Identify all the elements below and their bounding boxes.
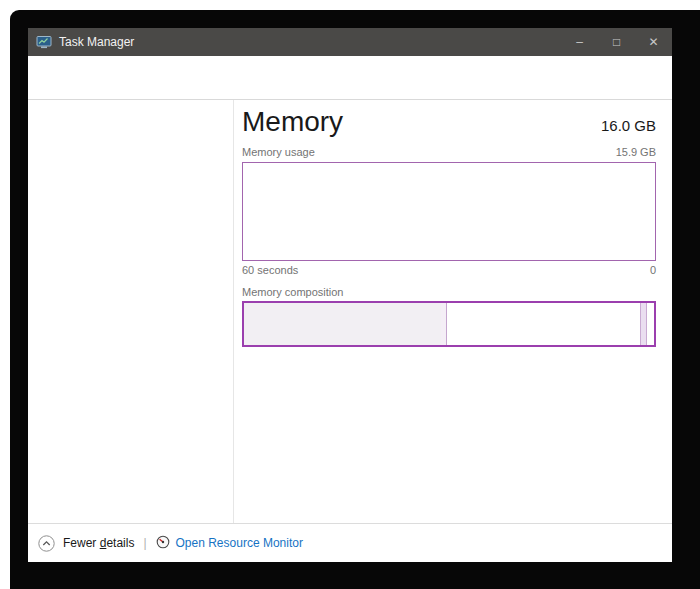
open-resource-monitor-label: Open Resource Monitor (176, 536, 303, 550)
memory-usage-graph (242, 162, 656, 261)
sidebar-divider (233, 100, 234, 523)
footer-separator: | (143, 536, 146, 550)
close-button[interactable]: ✕ (635, 28, 672, 56)
usage-graph-axis-labels: 60 seconds 0 (242, 264, 656, 276)
fewer-details-button[interactable]: Fewer details (38, 535, 134, 552)
task-manager-app-icon (36, 34, 52, 50)
composition-free-segment (640, 303, 647, 345)
window-controls: – □ ✕ (561, 28, 672, 56)
content-area: Memory 16.0 GB Memory usage 15.9 GB 60 s… (28, 100, 672, 523)
x-axis-right-label: 0 (650, 264, 656, 276)
window-frame-shadow: Task Manager – □ ✕ Memory 16.0 GB (10, 10, 700, 589)
usage-graph-max-label: 15.9 GB (616, 146, 656, 158)
composition-in-use-segment (244, 303, 442, 345)
tabstrip (28, 78, 672, 100)
memory-composition-bar (242, 301, 656, 347)
usage-graph-title: Memory usage (242, 146, 315, 158)
composition-modified-segment (441, 303, 447, 345)
total-memory-value: 16.0 GB (601, 117, 656, 134)
resource-monitor-icon (156, 535, 170, 552)
memory-panel: Memory 16.0 GB Memory usage 15.9 GB 60 s… (242, 100, 656, 523)
maximize-button[interactable]: □ (598, 28, 635, 56)
footer-bar: Fewer details | Open Resource Monitor (28, 523, 672, 562)
open-resource-monitor-link[interactable]: Open Resource Monitor (156, 535, 303, 552)
window-title: Task Manager (59, 35, 134, 49)
usage-graph-labels: Memory usage 15.9 GB (242, 146, 656, 158)
composition-label: Memory composition (242, 286, 343, 298)
screenshot-canvas: Task Manager – □ ✕ Memory 16.0 GB (0, 0, 700, 589)
page-title: Memory (242, 106, 343, 138)
fewer-details-label: Fewer details (63, 536, 134, 550)
memory-header: Memory 16.0 GB (242, 106, 656, 138)
minimize-button[interactable]: – (561, 28, 598, 56)
titlebar[interactable]: Task Manager – □ ✕ (28, 28, 672, 56)
menubar (28, 56, 672, 78)
performance-sidebar (28, 100, 233, 523)
chevron-up-icon (38, 535, 55, 552)
task-manager-window: Task Manager – □ ✕ Memory 16.0 GB (28, 28, 672, 562)
x-axis-left-label: 60 seconds (242, 264, 298, 276)
